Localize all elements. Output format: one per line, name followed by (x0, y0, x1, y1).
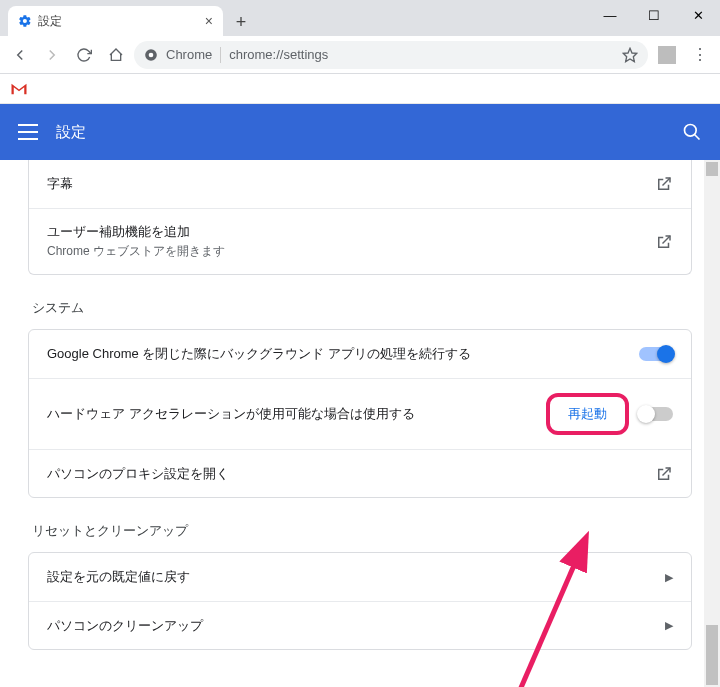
url-path: chrome://settings (229, 47, 328, 62)
settings-header: 設定 (0, 104, 720, 160)
proxy-settings-row[interactable]: パソコンのプロキシ設定を開く (29, 449, 691, 497)
tab-title: 設定 (38, 13, 62, 30)
search-icon[interactable] (682, 122, 702, 142)
svg-point-1 (149, 52, 154, 57)
vertical-scrollbar[interactable] (704, 160, 720, 687)
forward-button[interactable] (38, 41, 66, 69)
row-label: 設定を元の既定値に戻す (47, 568, 190, 586)
browser-menu-button[interactable]: ⋮ (686, 45, 714, 64)
background-apps-row[interactable]: Google Chrome を閉じた際にバックグラウンド アプリの処理を続行する (29, 330, 691, 378)
external-link-icon (655, 233, 673, 251)
browser-toolbar: Chrome chrome://settings ⋮ (0, 36, 720, 74)
home-button[interactable] (102, 41, 130, 69)
url-label: Chrome (166, 47, 212, 62)
scroll-up-icon[interactable] (706, 162, 718, 176)
minimize-button[interactable]: — (588, 0, 632, 30)
browser-tab[interactable]: 設定 × (8, 6, 223, 36)
svg-point-3 (685, 125, 697, 137)
row-label: ハードウェア アクセラレーションが使用可能な場合は使用する (47, 405, 415, 423)
external-link-icon (655, 465, 673, 483)
extension-placeholder[interactable] (658, 46, 676, 64)
address-bar[interactable]: Chrome chrome://settings (134, 41, 648, 69)
chevron-right-icon: ▶ (665, 571, 673, 584)
maximize-button[interactable]: ☐ (632, 0, 676, 30)
row-sublabel: Chrome ウェブストアを開きます (47, 243, 225, 260)
cleanup-row[interactable]: パソコンのクリーンアップ ▶ (29, 601, 691, 649)
svg-line-4 (695, 135, 700, 140)
bookmarks-bar (0, 74, 720, 104)
section-title-reset: リセットとクリーンアップ (32, 522, 692, 540)
divider (220, 47, 221, 63)
close-window-button[interactable]: ✕ (676, 0, 720, 30)
section-title-system: システム (32, 299, 692, 317)
chrome-icon (144, 48, 158, 62)
reset-card: 設定を元の既定値に戻す ▶ パソコンのクリーンアップ ▶ (28, 552, 692, 650)
page-title: 設定 (56, 123, 86, 142)
back-button[interactable] (6, 41, 34, 69)
new-tab-button[interactable]: + (227, 8, 255, 36)
gear-icon (18, 14, 32, 28)
external-link-icon (655, 175, 673, 193)
gmail-icon[interactable] (10, 82, 28, 96)
bookmark-star-icon[interactable] (622, 47, 638, 63)
relaunch-button[interactable]: 再起動 (546, 393, 629, 435)
add-accessibility-row[interactable]: ユーザー補助機能を追加 Chrome ウェブストアを開きます (29, 208, 691, 274)
system-card: Google Chrome を閉じた際にバックグラウンド アプリの処理を続行する… (28, 329, 692, 498)
window-titlebar: 設定 × + — ☐ ✕ (0, 0, 720, 36)
content-scroll: 字幕 ユーザー補助機能を追加 Chrome ウェブストアを開きます システム G… (0, 160, 720, 687)
restore-defaults-row[interactable]: 設定を元の既定値に戻す ▶ (29, 553, 691, 601)
row-label: パソコンのクリーンアップ (47, 617, 203, 635)
row-label: ユーザー補助機能を追加 (47, 223, 225, 241)
hardware-acceleration-row[interactable]: ハードウェア アクセラレーションが使用可能な場合は使用する 再起動 (29, 378, 691, 449)
captions-row[interactable]: 字幕 (29, 160, 691, 208)
toggle-hardware-accel[interactable] (639, 407, 673, 421)
window-controls: — ☐ ✕ (588, 0, 720, 30)
close-tab-icon[interactable]: × (205, 13, 213, 29)
scrollbar-thumb[interactable] (706, 625, 718, 685)
row-label: Google Chrome を閉じた際にバックグラウンド アプリの処理を続行する (47, 345, 471, 363)
toggle-background-apps[interactable] (639, 347, 673, 361)
row-label: パソコンのプロキシ設定を開く (47, 465, 229, 483)
row-label: 字幕 (47, 175, 73, 193)
accessibility-card: 字幕 ユーザー補助機能を追加 Chrome ウェブストアを開きます (28, 160, 692, 275)
chevron-right-icon: ▶ (665, 619, 673, 632)
menu-icon[interactable] (18, 122, 38, 142)
svg-marker-2 (623, 48, 636, 61)
reload-button[interactable] (70, 41, 98, 69)
